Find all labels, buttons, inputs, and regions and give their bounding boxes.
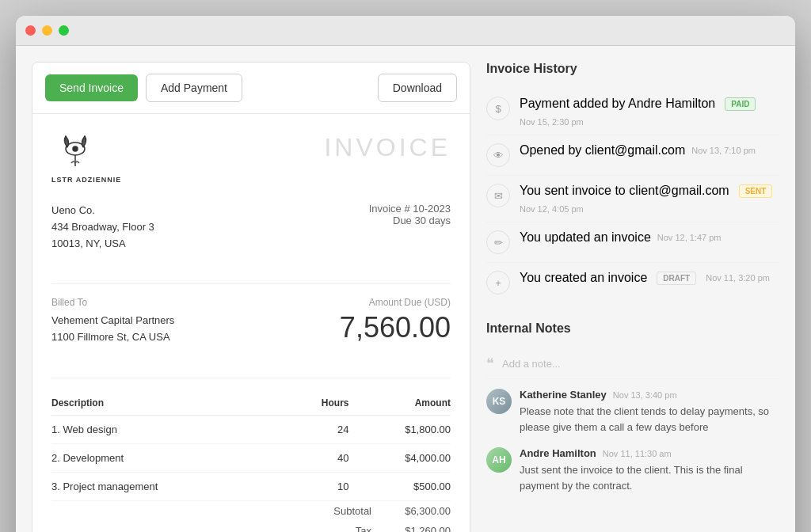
history-description: Opened by client@gmail.com <box>520 143 685 158</box>
main-content: Send Invoice Add Payment Download <box>16 46 795 532</box>
maximize-button[interactable] <box>59 25 69 36</box>
item-hours: 24 <box>288 415 349 443</box>
company-logo <box>51 133 99 173</box>
notes-section: Internal Notes ❝ Add a note... KS Kather… <box>486 321 779 506</box>
tax-label: Tax <box>51 521 371 532</box>
note-time: Nov 11, 11:30 am <box>603 449 672 458</box>
invoice-meta: Invoice # 10-2023 Due 30 days <box>369 203 451 268</box>
history-time: Nov 13, 7:10 pm <box>691 146 756 155</box>
table-row: 3. Project management 10 $500.00 <box>51 472 451 500</box>
tax-value: $1,260.00 <box>371 521 451 532</box>
item-description: 2. Development <box>51 443 288 472</box>
notes-title: Internal Notes <box>486 321 779 336</box>
note-content: Andre Hamilton Nov 11, 11:30 am Just sen… <box>520 447 779 493</box>
add-payment-button[interactable]: Add Payment <box>146 74 242 102</box>
avatar: AH <box>486 447 512 473</box>
note-text: Just sent the invoice to the client. Thi… <box>520 462 779 493</box>
history-item: ✏ You updated an invoice Nov 12, 1:47 pm <box>486 222 779 263</box>
history-title: Invoice History <box>486 62 779 76</box>
history-item: 👁 Opened by client@gmail.com Nov 13, 7:1… <box>486 135 779 176</box>
history-time: Nov 12, 4:05 pm <box>520 204 584 214</box>
invoice-number: Invoice # 10-2023 <box>369 203 451 215</box>
from-company-name: Ueno Co. <box>51 203 154 219</box>
notes-list: KS Katherine Stanley Nov 13, 3:40 pm Ple… <box>486 389 779 493</box>
history-icon: $ <box>486 97 510 120</box>
download-button[interactable]: Download <box>378 74 457 102</box>
history-text: Payment added by Andre Hamilton PAID Nov… <box>520 97 779 127</box>
from-address1: 434 Broadway, Floor 3 <box>51 219 154 236</box>
history-item: $ Payment added by Andre Hamilton PAID N… <box>486 89 779 135</box>
history-time: Nov 12, 1:47 pm <box>657 233 722 242</box>
from-info: Ueno Co. 434 Broadway, Floor 3 10013, NY… <box>51 203 154 252</box>
item-description: 1. Web design <box>51 415 288 443</box>
status-badge: PAID <box>725 97 756 111</box>
note-header: Katherine Stanley Nov 13, 3:40 pm <box>520 389 779 401</box>
quote-icon: ❝ <box>486 355 494 372</box>
send-invoice-button[interactable]: Send Invoice <box>45 74 138 101</box>
invoice-title-text: INVOICE <box>324 133 451 162</box>
status-badge: DRAFT <box>657 272 696 285</box>
invoice-header: LSTR ADZIENNIE INVOICE <box>51 133 451 184</box>
avatar: KS <box>486 389 512 414</box>
note-placeholder[interactable]: Add a note... <box>502 358 561 370</box>
close-button[interactable] <box>25 25 36 36</box>
item-amount: $500.00 <box>349 472 451 500</box>
history-description: Payment added by Andre Hamilton <box>520 97 715 111</box>
titlebar <box>16 16 795 46</box>
right-panel: Invoice History $ Payment added by Andre… <box>486 62 779 532</box>
note-time: Nov 13, 3:40 pm <box>613 390 677 400</box>
note-item: KS Katherine Stanley Nov 13, 3:40 pm Ple… <box>486 389 779 435</box>
note-content: Katherine Stanley Nov 13, 3:40 pm Please… <box>520 389 779 435</box>
history-time: Nov 11, 3:20 pm <box>706 273 770 283</box>
history-item: + You created an invoice DRAFT Nov 11, 3… <box>486 263 779 302</box>
toolbar: Send Invoice Add Payment Download <box>32 63 470 114</box>
totals-table: Subtotal $6,300.00 Tax $1,260.00 Amount … <box>51 501 451 532</box>
col-description: Description <box>51 391 288 416</box>
history-icon: ✉ <box>486 184 510 207</box>
svg-point-1 <box>73 146 78 151</box>
item-description: 3. Project management <box>51 472 288 500</box>
item-hours: 10 <box>288 472 349 500</box>
app-window: Send Invoice Add Payment Download <box>16 16 795 532</box>
traffic-lights <box>25 25 69 36</box>
billed-to-label: Billed To <box>51 297 174 308</box>
note-text: Please note that the client tends to del… <box>520 404 779 435</box>
history-text: Opened by client@gmail.com Nov 13, 7:10 … <box>520 143 756 158</box>
history-section: Invoice History $ Payment added by Andre… <box>486 62 779 302</box>
history-icon: ✏ <box>486 230 510 254</box>
line-items-table: Description Hours Amount 1. Web design 2… <box>51 391 451 501</box>
col-hours: Hours <box>288 391 349 416</box>
table-row: 1. Web design 24 $1,800.00 <box>51 415 451 443</box>
company-logo-name: LSTR ADZIENNIE <box>51 176 121 184</box>
history-item: ✉ You sent invoice to client@gmail.com S… <box>486 176 779 222</box>
history-description: You created an invoice <box>520 271 647 285</box>
billed-to: Billed To Vehement Capital Partners 1100… <box>51 297 174 346</box>
logo-area: LSTR ADZIENNIE <box>51 133 121 184</box>
status-badge: SENT <box>739 184 773 198</box>
invoice-body: LSTR ADZIENNIE INVOICE Ueno Co. 434 Broa… <box>32 114 470 532</box>
history-icon: 👁 <box>486 143 510 167</box>
history-text: You created an invoice DRAFT Nov 11, 3:2… <box>520 271 770 285</box>
history-text: You updated an invoice Nov 12, 1:47 pm <box>520 230 722 245</box>
col-amount: Amount <box>349 391 451 416</box>
billed-to-address: 1100 Fillmore St, CA USA <box>51 329 174 346</box>
history-text: You sent invoice to client@gmail.com SEN… <box>520 184 779 214</box>
note-author: Katherine Stanley <box>520 389 607 401</box>
history-description: You updated an invoice <box>520 230 651 245</box>
subtotal-label: Subtotal <box>51 501 371 521</box>
table-row: 2. Development 40 $4,000.00 <box>51 443 451 472</box>
minimize-button[interactable] <box>42 25 52 36</box>
amount-due-value: 7,560.00 <box>340 311 451 344</box>
invoice-panel: Send Invoice Add Payment Download <box>32 62 470 532</box>
subtotal-value: $6,300.00 <box>371 501 451 521</box>
note-item: AH Andre Hamilton Nov 11, 11:30 am Just … <box>486 447 779 493</box>
note-header: Andre Hamilton Nov 11, 11:30 am <box>520 447 779 459</box>
billed-to-company: Vehement Capital Partners <box>51 313 174 329</box>
notes-input-area[interactable]: ❝ Add a note... <box>486 348 779 379</box>
history-description: You sent invoice to client@gmail.com <box>520 184 729 198</box>
bill-section: Billed To Vehement Capital Partners 1100… <box>51 297 451 359</box>
history-list: $ Payment added by Andre Hamilton PAID N… <box>486 89 779 302</box>
history-icon: + <box>486 271 510 294</box>
amount-due-label: Amount Due (USD) <box>340 297 451 308</box>
item-hours: 40 <box>288 443 349 472</box>
